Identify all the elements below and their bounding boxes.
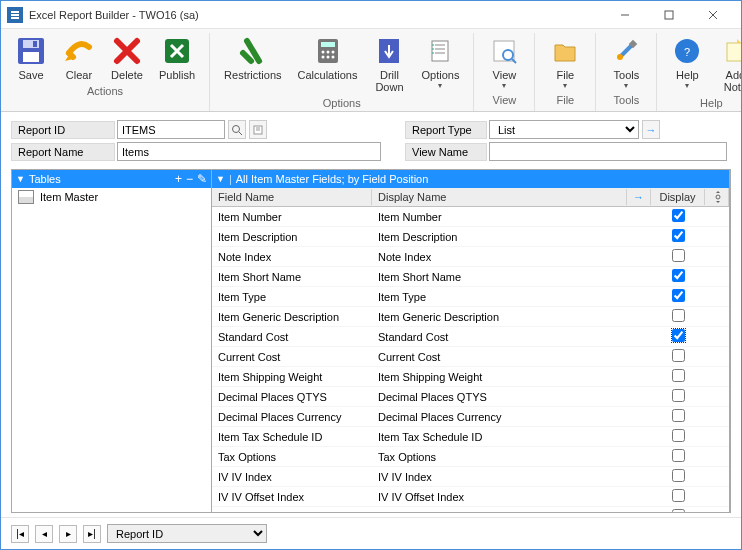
display-name-cell: Decimal Places Currency <box>372 409 627 425</box>
display-checkbox[interactable] <box>672 409 685 422</box>
nav-prev-button[interactable]: ◂ <box>35 525 53 543</box>
field-row[interactable]: Tax OptionsTax Options <box>212 447 729 467</box>
tools-button[interactable]: Tools▾ <box>604 33 648 92</box>
display-checkbox[interactable] <box>672 249 685 262</box>
form-area: Report ID Report Name Report Type List →… <box>1 112 741 165</box>
field-name-cell: Item Type <box>212 289 372 305</box>
field-name-cell: Decimal Places Currency <box>212 409 372 425</box>
close-button[interactable] <box>691 4 735 26</box>
display-checkbox[interactable] <box>672 469 685 482</box>
col-field-name[interactable]: Field Name <box>212 189 372 205</box>
tools-label: Tools <box>614 69 640 81</box>
display-checkbox[interactable] <box>672 449 685 462</box>
file-label: File <box>557 69 575 81</box>
view-button[interactable]: View▾ <box>482 33 526 92</box>
field-row[interactable]: Item TypeItem Type <box>212 287 729 307</box>
remove-table-icon[interactable]: − <box>186 172 193 186</box>
go-icon[interactable]: → <box>642 120 660 139</box>
clear-label: Clear <box>66 69 92 81</box>
field-row[interactable]: Item Shipping WeightItem Shipping Weight <box>212 367 729 387</box>
ribbon-group-view: View▾View <box>480 33 535 111</box>
field-name-cell: Item Tax Schedule ID <box>212 429 372 445</box>
add-table-icon[interactable]: + <box>175 172 182 186</box>
edit-table-icon[interactable]: ✎ <box>197 172 207 186</box>
publish-button[interactable]: Publish <box>153 33 201 83</box>
clear-button[interactable]: Clear <box>57 33 101 83</box>
field-row[interactable]: Item Generic DescriptionItem Generic Des… <box>212 307 729 327</box>
record-navigator: |◂ ◂ ▸ ▸| Report ID <box>1 517 741 549</box>
field-row[interactable]: Standard CostStandard Cost <box>212 327 729 347</box>
field-row[interactable]: Item NumberItem Number <box>212 207 729 227</box>
report-type-select[interactable]: List <box>489 120 639 139</box>
field-name-cell: Item Number <box>212 209 372 225</box>
display-check-cell <box>651 347 705 366</box>
help-button[interactable]: ?Help▾ <box>665 33 709 95</box>
nav-next-button[interactable]: ▸ <box>59 525 77 543</box>
field-row[interactable]: IV IV Offset IndexIV IV Offset Index <box>212 487 729 507</box>
field-row[interactable]: Item Short NameItem Short Name <box>212 267 729 287</box>
report-id-input[interactable] <box>117 120 225 139</box>
display-checkbox[interactable] <box>672 429 685 442</box>
calculations-button[interactable]: Calculations <box>292 33 364 95</box>
field-row[interactable]: Note IndexNote Index <box>212 247 729 267</box>
display-checkbox[interactable] <box>672 389 685 402</box>
delete-button[interactable]: Delete <box>105 33 149 83</box>
display-name-cell: Item Short Name <box>372 269 627 285</box>
display-checkbox[interactable] <box>672 269 685 282</box>
field-row[interactable]: Current CostCurrent Cost <box>212 347 729 367</box>
save-button[interactable]: Save <box>9 33 53 83</box>
drilldown-button[interactable]: Drill Down <box>367 33 411 95</box>
display-check-cell <box>651 267 705 286</box>
display-checkbox[interactable] <box>672 329 685 342</box>
display-checkbox[interactable] <box>672 209 685 222</box>
display-name-cell: Note Index <box>372 249 627 265</box>
publish-label: Publish <box>159 69 195 81</box>
options-button[interactable]: Options▾ <box>415 33 465 95</box>
maximize-button[interactable] <box>647 4 691 26</box>
note-icon[interactable] <box>249 120 267 139</box>
display-checkbox[interactable] <box>672 489 685 502</box>
report-name-input[interactable] <box>117 142 381 161</box>
display-name-cell: IV COGS Index <box>372 509 627 513</box>
fields-menu-icon[interactable]: ▼ <box>216 174 225 184</box>
restrictions-button[interactable]: Restrictions <box>218 33 287 95</box>
tables-menu-icon[interactable]: ▼ <box>16 174 25 184</box>
display-check-cell <box>651 307 705 326</box>
view-name-input[interactable] <box>489 142 727 161</box>
svg-rect-7 <box>23 52 39 62</box>
field-row[interactable]: Decimal Places CurrencyDecimal Places Cu… <box>212 407 729 427</box>
display-checkbox[interactable] <box>672 309 685 322</box>
display-check-cell <box>651 367 705 386</box>
col-display-check[interactable]: Display <box>651 189 705 205</box>
addnote-button[interactable]: ✦Add Note <box>713 33 742 95</box>
svg-rect-14 <box>321 42 335 47</box>
field-row[interactable]: Item DescriptionItem Description <box>212 227 729 247</box>
svg-point-18 <box>321 56 324 59</box>
field-row[interactable]: Decimal Places QTYSDecimal Places QTYS <box>212 387 729 407</box>
field-name-cell: Item Description <box>212 229 372 245</box>
field-name-cell: Standard Cost <box>212 329 372 345</box>
nav-last-button[interactable]: ▸| <box>83 525 101 543</box>
display-checkbox[interactable] <box>672 289 685 302</box>
lookup-icon[interactable] <box>228 120 246 139</box>
tables-list: Item Master <box>12 188 211 512</box>
col-display-name[interactable]: Display Name <box>372 189 627 205</box>
field-row[interactable]: IV IV IndexIV IV Index <box>212 467 729 487</box>
display-name-cell: Item Number <box>372 209 627 225</box>
field-row[interactable]: IV COGS IndexIV COGS Index <box>212 507 729 512</box>
nav-field-select[interactable]: Report ID <box>107 524 267 543</box>
table-row[interactable]: Item Master <box>12 188 211 206</box>
display-checkbox[interactable] <box>672 229 685 242</box>
display-checkbox[interactable] <box>672 509 685 512</box>
display-check-cell <box>651 387 705 406</box>
display-name-cell: Current Cost <box>372 349 627 365</box>
file-button[interactable]: File▾ <box>543 33 587 92</box>
field-name-cell: Item Generic Description <box>212 309 372 325</box>
field-row[interactable]: Item Tax Schedule IDItem Tax Schedule ID <box>212 427 729 447</box>
col-arrow-icon[interactable]: → <box>627 189 651 205</box>
display-checkbox[interactable] <box>672 349 685 362</box>
minimize-button[interactable] <box>603 4 647 26</box>
col-sort-icon[interactable] <box>705 188 729 206</box>
display-checkbox[interactable] <box>672 369 685 382</box>
nav-first-button[interactable]: |◂ <box>11 525 29 543</box>
